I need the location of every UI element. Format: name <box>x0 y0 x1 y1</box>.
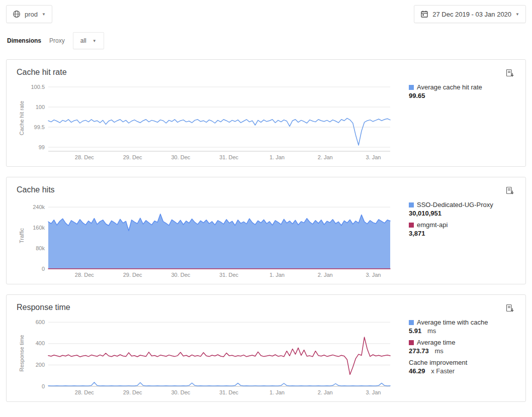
legend-label: Average cache hit rate <box>417 83 482 91</box>
response-time-card: Response time 020040060028. Dec29. Dec30… <box>6 294 526 402</box>
response-time-chart[interactable]: 020040060028. Dec29. Dec30. Dec31. Dec1.… <box>17 316 409 397</box>
svg-text:600: 600 <box>36 319 45 325</box>
svg-text:29. Dec: 29. Dec <box>123 389 142 395</box>
svg-text:2. Jan: 2. Jan <box>318 389 333 395</box>
svg-text:99: 99 <box>39 144 45 150</box>
svg-text:29. Dec: 29. Dec <box>123 272 142 278</box>
calendar-icon <box>420 10 428 18</box>
export-report-icon[interactable] <box>504 185 515 196</box>
legend-label: emgmt-api <box>417 221 448 229</box>
svg-text:1. Jan: 1. Jan <box>270 389 285 395</box>
filter-bar: Dimensions Proxy all ▼ <box>0 23 532 49</box>
legend-swatch <box>409 85 414 90</box>
legend-value: 30,010,951 <box>409 210 441 217</box>
svg-text:30. Dec: 30. Dec <box>171 154 190 160</box>
legend-item: Average time 273.73 ms <box>409 338 515 355</box>
legend-unit: ms <box>427 327 436 335</box>
svg-text:Cache hit rate: Cache hit rate <box>19 101 25 135</box>
legend-item: Average time with cache 5.91 ms <box>409 318 515 335</box>
svg-text:2. Jan: 2. Jan <box>318 272 333 278</box>
legend-unit: x Faster <box>431 367 455 375</box>
legend-value: 273.73 <box>409 347 429 355</box>
legend-swatch <box>409 223 414 228</box>
dimensions-label: Dimensions <box>7 37 41 44</box>
environment-select[interactable]: prod ▼ <box>6 5 52 23</box>
legend-label: Cache improvement <box>409 358 467 367</box>
svg-text:Response time: Response time <box>19 335 25 371</box>
legend-unit: ms <box>434 347 443 355</box>
svg-text:3. Jan: 3. Jan <box>366 154 381 160</box>
cache-hits-legend: SSO-Dedicated-UG-Proxy 30,010,951 emgmt-… <box>409 198 515 241</box>
svg-text:3. Jan: 3. Jan <box>366 272 381 278</box>
cache-hits-chart[interactable]: 080k160k240k28. Dec29. Dec30. Dec31. Dec… <box>17 198 409 280</box>
svg-text:31. Dec: 31. Dec <box>219 389 238 395</box>
card-title: Cache hits <box>17 185 55 194</box>
legend-value: 46.29 <box>409 367 425 375</box>
legend-label: Average time <box>417 338 455 347</box>
svg-text:2. Jan: 2. Jan <box>318 154 333 160</box>
cache-hit-rate-chart[interactable]: 9999.5100100.528. Dec29. Dec30. Dec31. D… <box>17 81 409 162</box>
date-range-label: 27 Dec 2019 - 03 Jan 2020 <box>432 11 511 18</box>
dimension-value-select[interactable]: all ▼ <box>73 32 104 49</box>
svg-text:200: 200 <box>36 362 45 368</box>
svg-text:31. Dec: 31. Dec <box>219 154 238 160</box>
svg-text:28. Dec: 28. Dec <box>75 154 94 160</box>
environment-label: prod <box>25 11 38 18</box>
legend-value: 99.65 <box>409 92 425 99</box>
svg-text:0: 0 <box>42 383 45 389</box>
legend-item: emgmt-api 3,871 <box>409 221 515 238</box>
legend-label: SSO-Dedicated-UG-Proxy <box>417 200 493 209</box>
svg-text:160k: 160k <box>33 225 45 231</box>
response-time-legend: Average time with cache 5.91 ms Average … <box>409 316 515 378</box>
svg-text:28. Dec: 28. Dec <box>75 389 94 395</box>
legend-item: Cache improvement 46.29 x Faster <box>409 358 515 375</box>
dimension-value: all <box>80 37 86 44</box>
top-toolbar: prod ▼ 27 Dec 2019 - 03 Jan 2020 ▼ <box>0 0 532 23</box>
legend-label: Average time with cache <box>417 318 488 327</box>
svg-text:1. Jan: 1. Jan <box>270 272 285 278</box>
legend-swatch <box>409 320 414 325</box>
date-range-picker[interactable]: 27 Dec 2019 - 03 Jan 2020 ▼ <box>414 5 526 23</box>
svg-text:30. Dec: 30. Dec <box>171 389 190 395</box>
svg-text:240k: 240k <box>33 204 45 210</box>
svg-text:28. Dec: 28. Dec <box>75 272 94 278</box>
legend-swatch <box>409 340 414 345</box>
dashboard-cards: Cache hit rate 9999.5100100.528. Dec29. … <box>0 49 532 408</box>
svg-text:1. Jan: 1. Jan <box>270 154 285 160</box>
svg-text:29. Dec: 29. Dec <box>123 154 142 160</box>
svg-text:400: 400 <box>36 340 45 346</box>
legend-value: 5.91 <box>409 327 421 335</box>
chevron-down-icon: ▼ <box>42 12 46 17</box>
export-report-icon[interactable] <box>504 303 515 314</box>
svg-text:100.5: 100.5 <box>31 84 45 90</box>
legend-item: Average cache hit rate 99.65 <box>409 83 515 100</box>
svg-text:80k: 80k <box>36 245 45 251</box>
card-title: Response time <box>17 303 70 312</box>
chevron-down-icon: ▼ <box>93 39 97 43</box>
svg-text:Traffic: Traffic <box>19 228 25 243</box>
card-title: Cache hit rate <box>17 68 67 77</box>
svg-text:0: 0 <box>42 266 45 272</box>
chevron-down-icon: ▼ <box>515 12 519 17</box>
svg-text:30. Dec: 30. Dec <box>171 272 190 278</box>
legend-swatch <box>409 202 414 207</box>
export-report-icon[interactable] <box>504 68 515 79</box>
globe-icon <box>13 10 21 18</box>
legend-item: SSO-Dedicated-UG-Proxy 30,010,951 <box>409 200 515 218</box>
svg-text:3. Jan: 3. Jan <box>366 389 381 395</box>
cache-hit-rate-card: Cache hit rate 9999.5100100.528. Dec29. … <box>6 59 526 167</box>
svg-text:99.5: 99.5 <box>34 124 45 130</box>
cache-hits-card: Cache hits 080k160k240k28. Dec29. Dec30.… <box>6 177 526 284</box>
legend-value: 3,871 <box>409 230 425 237</box>
dimension-name: Proxy <box>49 37 65 44</box>
cache-hit-rate-legend: Average cache hit rate 99.65 <box>409 81 515 103</box>
svg-text:31. Dec: 31. Dec <box>219 272 238 278</box>
svg-text:100: 100 <box>36 104 45 110</box>
